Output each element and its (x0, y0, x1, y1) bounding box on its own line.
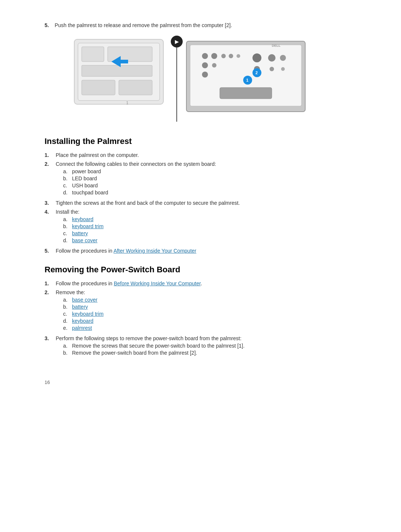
remove-step-3a: a. Remove the screws that secure the pow… (63, 343, 356, 349)
remove-step-3-text: Perform the following steps to remove th… (56, 335, 241, 341)
install-step-2c: c. USH board (63, 183, 356, 188)
svg-rect-3 (108, 47, 152, 62)
install-step-4-sublist: a. keyboard b. keyboard trim c. battery (63, 216, 356, 243)
remove-step-2-num: 2. (45, 289, 56, 295)
svg-point-18 (202, 72, 208, 78)
remove-2b-link[interactable]: battery (72, 304, 88, 310)
install-step-5-prefix: Follow the procedures in (56, 248, 114, 254)
installing-palmrest-title: Installing the Palmrest (45, 137, 356, 146)
install-step-1-text: Place the palmrest on the computer. (56, 152, 356, 158)
install-step-4: 4. Install the: a. keyboard b. keyboard … (45, 209, 356, 245)
remove-2c-label: c. (63, 311, 72, 317)
svg-rect-4 (82, 65, 152, 76)
remove-step-2e: e. palmrest (63, 325, 356, 331)
svg-text:1: 1 (246, 78, 248, 82)
remove-step-2d: d. keyboard (63, 318, 356, 324)
remove-3b-text: Remove the power-switch board from the p… (72, 350, 197, 356)
svg-point-15 (237, 54, 240, 58)
svg-point-12 (211, 53, 217, 59)
installing-steps-list: 1. Place the palmrest on the computer. 2… (45, 152, 356, 254)
install-step-3: 3. Tighten the screws at the front and b… (45, 200, 356, 206)
step5-intro: 5. Push the palmrest to release and remo… (45, 22, 356, 28)
svg-text:2: 2 (255, 70, 258, 75)
install-2c-text: USH board (72, 183, 98, 188)
installing-palmrest-section: Installing the Palmrest 1. Place the pal… (45, 137, 356, 254)
svg-rect-6 (119, 80, 152, 95)
install-step-3-text: Tighten the screws at the front and back… (56, 200, 356, 206)
remove-2d-link[interactable]: keyboard (72, 318, 94, 324)
svg-rect-2 (82, 47, 104, 62)
svg-point-13 (221, 54, 226, 58)
remove-3a-text: Remove the screws that secure the power-… (72, 343, 245, 349)
install-4a-link[interactable]: keyboard (72, 216, 94, 222)
install-step-4b: b. keyboard trim (63, 223, 356, 229)
svg-point-19 (252, 53, 261, 62)
palmrest-component-image: 1 (67, 36, 171, 114)
remove-2a-link[interactable]: base cover (72, 297, 97, 303)
laptop-image: 1 2 DELL (183, 36, 309, 114)
separator-line (176, 47, 177, 122)
install-step-2d: d. touchpad board (63, 190, 356, 196)
install-2c-label: c. (63, 183, 72, 188)
remove-step-2-content: Remove the: a. base cover b. battery c. (56, 289, 356, 332)
remove-step-2a: a. base cover (63, 297, 356, 303)
install-4d-label: d. (63, 237, 72, 243)
install-4c-link[interactable]: battery (72, 230, 88, 236)
install-4d-link[interactable]: base cover (72, 237, 97, 243)
svg-point-21 (280, 55, 286, 61)
svg-point-11 (202, 53, 208, 59)
install-step-2: 2. Connect the following cables to their… (45, 161, 356, 197)
svg-point-17 (212, 63, 216, 68)
remove-step-1-link[interactable]: Before Working Inside Your Computer (114, 280, 200, 286)
remove-step-2-text: Remove the: (56, 289, 85, 295)
install-step-2-num: 2. (45, 161, 56, 167)
install-4b-label: b. (63, 223, 72, 229)
install-2b-text: LED board (72, 175, 97, 181)
remove-step-3-content: Perform the following steps to remove th… (56, 335, 356, 357)
install-step-5: 5. Follow the procedures in After Workin… (45, 248, 356, 254)
svg-point-20 (268, 54, 276, 62)
svg-point-16 (202, 62, 208, 68)
install-4c-label: c. (63, 230, 72, 236)
install-step-2-content: Connect the following cables to their co… (56, 161, 356, 197)
remove-3b-label: b. (63, 350, 72, 356)
install-step-3-num: 3. (45, 200, 56, 206)
remove-step-1-content: Follow the procedures in Before Working … (56, 280, 356, 286)
install-2a-text: power board (72, 168, 101, 174)
image-separator: ▶ (171, 36, 183, 122)
remove-step-3b: b. Remove the power-switch board from th… (63, 350, 356, 356)
install-step-4a: a. keyboard (63, 216, 356, 222)
remove-step-2b: b. battery (63, 304, 356, 310)
remove-step-2: 2. Remove the: a. base cover b. battery (45, 289, 356, 332)
install-2a-label: a. (63, 168, 72, 174)
removing-steps-list: 1. Follow the procedures in Before Worki… (45, 280, 356, 357)
install-step-5-link[interactable]: After Working Inside Your Computer (114, 248, 196, 254)
install-step-5-content: Follow the procedures in After Working I… (56, 248, 356, 254)
install-2d-text: touchpad board (72, 190, 108, 196)
remove-step-1-suffix: . (200, 280, 202, 286)
remove-2d-label: d. (63, 318, 72, 324)
svg-rect-5 (82, 80, 115, 95)
install-step-2b: b. LED board (63, 175, 356, 181)
remove-step-3-num: 3. (45, 335, 56, 341)
images-section: 1 ▶ (67, 36, 356, 122)
install-4b-link[interactable]: keyboard trim (72, 223, 104, 229)
step5-number: 5. (45, 22, 49, 28)
install-2b-label: b. (63, 175, 72, 181)
remove-step-2c: c. keyboard trim (63, 311, 356, 317)
install-step-2-text: Connect the following cables to their co… (56, 161, 216, 167)
install-step-2-sublist: a. power board b. LED board c. USH board (63, 168, 356, 196)
install-step-4c: c. battery (63, 230, 356, 236)
svg-point-24 (281, 67, 285, 71)
install-step-4d: d. base cover (63, 237, 356, 243)
remove-step-1-prefix: Follow the procedures in (56, 280, 114, 286)
remove-step-3: 3. Perform the following steps to remove… (45, 335, 356, 357)
remove-2c-link[interactable]: keyboard trim (72, 311, 104, 317)
page-content: 5. Push the palmrest to release and remo… (45, 22, 356, 385)
remove-2e-link[interactable]: palmrest (72, 325, 92, 331)
remove-step-2-sublist: a. base cover b. battery c. keyboard tri… (63, 297, 356, 331)
svg-rect-25 (220, 88, 272, 99)
svg-text:1: 1 (126, 101, 128, 105)
svg-point-23 (270, 67, 274, 71)
svg-point-14 (229, 54, 233, 58)
